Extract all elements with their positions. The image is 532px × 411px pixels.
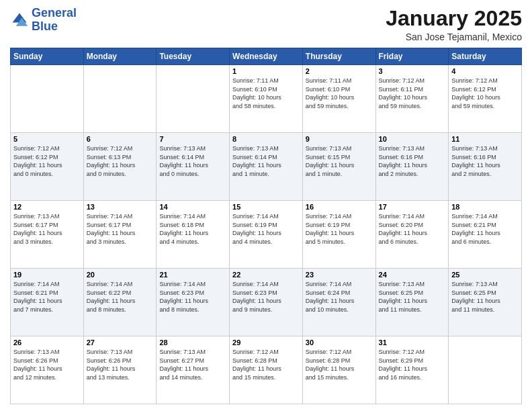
day-number: 25 [451,271,519,279]
logo-icon [10,11,29,30]
table-row: 16Sunrise: 7:14 AM Sunset: 6:19 PM Dayli… [302,201,375,269]
table-row: 22Sunrise: 7:14 AM Sunset: 6:23 PM Dayli… [230,269,303,336]
day-info: Sunrise: 7:13 AM Sunset: 6:14 PM Dayligh… [159,144,226,178]
col-wednesday: Wednesday [230,48,303,65]
calendar-week-row: 12Sunrise: 7:13 AM Sunset: 6:17 PM Dayli… [11,201,522,269]
table-row: 9Sunrise: 7:13 AM Sunset: 6:15 PM Daylig… [302,133,375,201]
day-number: 7 [159,135,226,143]
day-number: 14 [159,203,226,211]
day-number: 2 [306,67,373,75]
table-row: 17Sunrise: 7:14 AM Sunset: 6:20 PM Dayli… [375,201,449,269]
day-number: 31 [379,338,446,347]
day-number: 1 [232,67,300,75]
table-row [157,65,230,133]
table-row: 6Sunrise: 7:12 AM Sunset: 6:13 PM Daylig… [83,133,157,201]
logo-text: General Blue [32,7,77,34]
table-row: 19Sunrise: 7:14 AM Sunset: 6:21 PM Dayli… [11,269,84,336]
day-number: 12 [13,203,81,211]
table-row: 28Sunrise: 7:13 AM Sunset: 6:27 PM Dayli… [157,336,230,404]
col-sunday: Sunday [11,48,84,65]
day-number: 24 [379,271,446,279]
day-info: Sunrise: 7:13 AM Sunset: 6:14 PM Dayligh… [232,144,300,178]
day-number: 23 [306,271,373,279]
page: General Blue January 2025 San Jose Tejam… [0,0,532,411]
table-row: 1Sunrise: 7:11 AM Sunset: 6:10 PM Daylig… [230,65,303,133]
day-number: 13 [87,203,154,211]
day-number: 18 [451,203,519,211]
calendar-week-row: 5Sunrise: 7:12 AM Sunset: 6:12 PM Daylig… [11,133,522,201]
day-info: Sunrise: 7:12 AM Sunset: 6:13 PM Dayligh… [87,144,154,178]
day-info: Sunrise: 7:14 AM Sunset: 6:18 PM Dayligh… [159,212,226,246]
day-info: Sunrise: 7:12 AM Sunset: 6:28 PM Dayligh… [232,348,300,381]
logo-blue: Blue [32,19,58,33]
calendar-header-row: Sunday Monday Tuesday Wednesday Thursday… [11,48,522,65]
day-info: Sunrise: 7:11 AM Sunset: 6:10 PM Dayligh… [306,77,373,110]
table-row: 24Sunrise: 7:13 AM Sunset: 6:25 PM Dayli… [375,269,449,336]
day-info: Sunrise: 7:14 AM Sunset: 6:17 PM Dayligh… [87,212,154,246]
day-info: Sunrise: 7:14 AM Sunset: 6:23 PM Dayligh… [159,280,226,314]
table-row: 21Sunrise: 7:14 AM Sunset: 6:23 PM Dayli… [157,269,230,336]
table-row: 10Sunrise: 7:13 AM Sunset: 6:16 PM Dayli… [375,133,449,201]
day-number: 26 [13,338,81,347]
table-row [83,65,157,133]
table-row: 15Sunrise: 7:14 AM Sunset: 6:19 PM Dayli… [230,201,303,269]
day-info: Sunrise: 7:14 AM Sunset: 6:21 PM Dayligh… [451,212,519,246]
table-row: 25Sunrise: 7:13 AM Sunset: 6:25 PM Dayli… [449,269,522,336]
day-number: 8 [232,135,300,143]
table-row [11,65,84,133]
calendar-week-row: 26Sunrise: 7:13 AM Sunset: 6:26 PM Dayli… [11,336,522,404]
day-info: Sunrise: 7:13 AM Sunset: 6:17 PM Dayligh… [13,212,81,246]
table-row: 23Sunrise: 7:14 AM Sunset: 6:24 PM Dayli… [302,269,375,336]
col-friday: Friday [375,48,449,65]
day-info: Sunrise: 7:14 AM Sunset: 6:20 PM Dayligh… [379,212,446,246]
day-number: 4 [451,67,519,75]
col-monday: Monday [83,48,157,65]
day-info: Sunrise: 7:13 AM Sunset: 6:25 PM Dayligh… [451,280,519,314]
table-row: 30Sunrise: 7:12 AM Sunset: 6:28 PM Dayli… [302,336,375,404]
day-info: Sunrise: 7:13 AM Sunset: 6:15 PM Dayligh… [306,144,373,178]
day-info: Sunrise: 7:14 AM Sunset: 6:22 PM Dayligh… [87,280,154,314]
table-row: 18Sunrise: 7:14 AM Sunset: 6:21 PM Dayli… [449,201,522,269]
day-number: 16 [306,203,373,211]
day-number: 17 [379,203,446,211]
table-row: 12Sunrise: 7:13 AM Sunset: 6:17 PM Dayli… [11,201,84,269]
table-row: 7Sunrise: 7:13 AM Sunset: 6:14 PM Daylig… [157,133,230,201]
day-info: Sunrise: 7:14 AM Sunset: 6:24 PM Dayligh… [306,280,373,314]
col-thursday: Thursday [302,48,375,65]
table-row: 11Sunrise: 7:13 AM Sunset: 6:16 PM Dayli… [449,133,522,201]
day-number: 15 [232,203,300,211]
day-info: Sunrise: 7:13 AM Sunset: 6:27 PM Dayligh… [159,348,226,381]
table-row: 27Sunrise: 7:13 AM Sunset: 6:26 PM Dayli… [83,336,157,404]
table-row: 14Sunrise: 7:14 AM Sunset: 6:18 PM Dayli… [157,201,230,269]
day-info: Sunrise: 7:11 AM Sunset: 6:10 PM Dayligh… [232,77,300,110]
day-number: 29 [232,338,300,347]
day-number: 20 [87,271,154,279]
day-number: 28 [159,338,226,347]
subtitle: San Jose Tejamanil, Mexico [386,32,522,42]
day-info: Sunrise: 7:12 AM Sunset: 6:12 PM Dayligh… [13,144,81,178]
day-number: 22 [232,271,300,279]
table-row: 13Sunrise: 7:14 AM Sunset: 6:17 PM Dayli… [83,201,157,269]
day-info: Sunrise: 7:12 AM Sunset: 6:28 PM Dayligh… [306,348,373,381]
day-info: Sunrise: 7:12 AM Sunset: 6:29 PM Dayligh… [379,348,446,381]
day-info: Sunrise: 7:14 AM Sunset: 6:23 PM Dayligh… [232,280,300,314]
table-row: 5Sunrise: 7:12 AM Sunset: 6:12 PM Daylig… [11,133,84,201]
logo-general: General [32,6,77,19]
day-number: 3 [379,67,446,75]
calendar-week-row: 19Sunrise: 7:14 AM Sunset: 6:21 PM Dayli… [11,269,522,336]
day-number: 11 [451,135,519,143]
col-saturday: Saturday [449,48,522,65]
main-title: January 2025 [386,7,522,30]
day-info: Sunrise: 7:13 AM Sunset: 6:25 PM Dayligh… [379,280,446,314]
day-info: Sunrise: 7:14 AM Sunset: 6:21 PM Dayligh… [13,280,81,314]
table-row: 8Sunrise: 7:13 AM Sunset: 6:14 PM Daylig… [230,133,303,201]
day-number: 5 [13,135,81,143]
calendar: Sunday Monday Tuesday Wednesday Thursday… [10,48,522,404]
day-number: 10 [379,135,446,143]
day-info: Sunrise: 7:13 AM Sunset: 6:16 PM Dayligh… [379,144,446,178]
table-row: 2Sunrise: 7:11 AM Sunset: 6:10 PM Daylig… [302,65,375,133]
table-row: 3Sunrise: 7:12 AM Sunset: 6:11 PM Daylig… [375,65,449,133]
table-row [449,336,522,404]
day-info: Sunrise: 7:13 AM Sunset: 6:16 PM Dayligh… [451,144,519,178]
day-number: 6 [87,135,154,143]
